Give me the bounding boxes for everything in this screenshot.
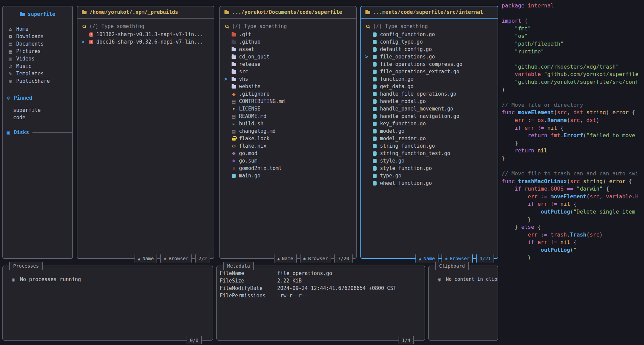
search-input[interactable]: (/) Type something: [82, 23, 214, 29]
sidebar-item-videos[interactable]: ▥Videos: [3, 55, 72, 63]
file-row[interactable]: get_data.go: [361, 83, 498, 90]
go-icon: [372, 144, 378, 148]
sidebar-item-publicshare[interactable]: ⊕PublicShare: [3, 77, 72, 85]
folder-git-icon: [231, 32, 237, 36]
md-icon: ▤: [231, 129, 237, 133]
file-row[interactable]: .git: [220, 31, 356, 38]
processes-empty-text: No processes running: [20, 276, 81, 282]
file-name: type.go: [380, 173, 401, 179]
file-row[interactable]: ✦LICENSE: [220, 105, 356, 113]
sidebar-item-home[interactable]: ⌂Home: [3, 25, 72, 33]
file-row[interactable]: ◆.gitignore: [220, 90, 356, 98]
count-badge: 7/20: [334, 254, 353, 263]
file-row[interactable]: website: [220, 83, 356, 90]
file-row[interactable]: model.go: [361, 127, 498, 135]
file-row[interactable]: handle_file_operations.go: [361, 90, 498, 98]
gomod-icon: ❖: [231, 159, 237, 163]
file-row[interactable]: ⚙flake.nix: [220, 142, 356, 150]
file-row[interactable]: []gomod2nix.toml: [220, 165, 356, 172]
file-row[interactable]: config_function.go: [361, 31, 498, 38]
lock-icon: [231, 137, 237, 141]
sidebar-item-documents[interactable]: ▤Documents: [3, 40, 72, 48]
file-row[interactable]: key_function.go: [361, 120, 498, 127]
file-panel-2[interactable]: .../yorukot/Documents/code/superfile (/)…: [219, 6, 357, 259]
documents-icon: ▤: [8, 42, 13, 47]
code-line: if err != nil {: [502, 124, 644, 132]
pinned-item-superfile[interactable]: superfile: [3, 106, 72, 114]
file-row[interactable]: ▤changelog.md: [220, 127, 356, 135]
search-input[interactable]: (/) Type something: [366, 23, 498, 29]
file-row[interactable]: file_operations_extract.go: [361, 68, 498, 75]
file-row[interactable]: type.go: [361, 172, 498, 179]
file-row[interactable]: file_operations_compress.go: [361, 60, 498, 68]
publicshare-icon: ⊕: [8, 79, 13, 84]
search-input[interactable]: (/) Type something: [225, 23, 356, 29]
file-row[interactable]: style.go: [361, 157, 498, 165]
file-row[interactable]: model_render.go: [361, 135, 498, 142]
file-row[interactable]: handle_panel_navigation.go: [361, 113, 498, 120]
metadata-row: FilePermissions-rw-r--r--: [220, 292, 425, 299]
file-row[interactable]: ❖go.sum: [220, 157, 356, 165]
file-list: config_function.goconfig_type.godefault_…: [361, 31, 498, 187]
file-row[interactable]: >file_operations.go: [361, 53, 498, 60]
file-row[interactable]: config_type.go: [361, 38, 498, 46]
folder-github-icon: [231, 40, 237, 44]
file-row[interactable]: asset: [220, 46, 356, 53]
file-row[interactable]: ▤CONTRIBUTING.md: [220, 98, 356, 105]
pinned-header-label: Pinned: [14, 95, 32, 101]
metadata-value: file_operations.go: [277, 270, 332, 276]
file-row[interactable]: release: [220, 60, 356, 68]
file-row[interactable]: main.go: [220, 172, 356, 179]
folder-icon: [231, 55, 237, 59]
nix-icon: ⚙: [231, 144, 237, 148]
file-row[interactable]: ❖go.mod: [220, 150, 356, 157]
sidebar-item-pictures[interactable]: ▦Pictures: [3, 48, 72, 55]
file-name: dbcc16-sharp-v0.32.6-napi-v7-lin...: [96, 39, 203, 45]
code-line: return fmt.Errorf("failed to move: [502, 132, 644, 140]
go-icon: [372, 92, 378, 96]
code-line: func trashMacOrLinux(src string) error {: [502, 178, 644, 186]
file-row[interactable]: src: [220, 68, 356, 75]
code-line: package internal: [502, 2, 644, 10]
file-row[interactable]: default_config.go: [361, 46, 498, 53]
file-row[interactable]: >dbcc16-sharp-v0.32.6-napi-v7-lin...: [77, 38, 214, 46]
disk-icon: ▣: [6, 130, 11, 135]
file-row[interactable]: 101362-sharp-v0.31.3-napi-v7-lin...: [77, 31, 214, 38]
file-name: model_render.go: [380, 135, 426, 142]
file-row[interactable]: handle_panel_movement.go: [361, 105, 498, 113]
file-panel-1[interactable]: /home/yorukot/.npm/_prebuilds (/) Type s…: [77, 6, 214, 259]
file-row[interactable]: >vhs: [220, 75, 356, 83]
sidebar-item-downloads[interactable]: ◘Downloads: [3, 33, 72, 40]
sidebar-item-templates[interactable]: ✎Templates: [3, 70, 72, 77]
file-row[interactable]: ▸build.sh: [220, 120, 356, 127]
file-row[interactable]: function.go: [361, 75, 498, 83]
file-row[interactable]: handle_modal.go: [361, 98, 498, 105]
file-list: 101362-sharp-v0.31.3-napi-v7-lin...>dbcc…: [77, 31, 214, 46]
code-line: }: [502, 216, 644, 224]
search-placeholder: (/) Type something: [89, 23, 144, 29]
file-row[interactable]: ▤README.md: [220, 113, 356, 120]
clipboard-title: Clipboard: [435, 262, 469, 270]
file-row[interactable]: .github: [220, 38, 356, 46]
file-name: get_data.go: [380, 83, 413, 90]
go-icon: [372, 70, 378, 74]
templates-icon: ✎: [8, 71, 13, 76]
code-line: err := moveElement(src, variable.H: [502, 193, 644, 201]
file-row[interactable]: flake.lock: [220, 135, 356, 142]
file-name: src: [239, 69, 248, 75]
file-row[interactable]: cd_on_quit: [220, 53, 356, 60]
browser-eye-icon: ◉: [164, 257, 167, 261]
file-panel-3-active[interactable]: ...ments/code/superfile/src/internal (/)…: [360, 6, 498, 259]
home-icon: ⌂: [8, 27, 13, 32]
cursor-indicator: >: [224, 76, 229, 82]
pinned-item-code[interactable]: code: [3, 114, 72, 121]
sidebar-item-music[interactable]: ♫Music: [3, 63, 72, 70]
go-icon: [372, 55, 378, 59]
file-row[interactable]: string_function.go: [361, 142, 498, 150]
sort-chip: ▲ Name: [415, 254, 438, 263]
file-row[interactable]: style_function.go: [361, 165, 498, 172]
file-row[interactable]: string_function_test.go: [361, 150, 498, 157]
file-row[interactable]: wheel_function.go: [361, 179, 498, 187]
sidebar-item-label: Videos: [16, 56, 34, 62]
go-icon: [231, 174, 237, 178]
